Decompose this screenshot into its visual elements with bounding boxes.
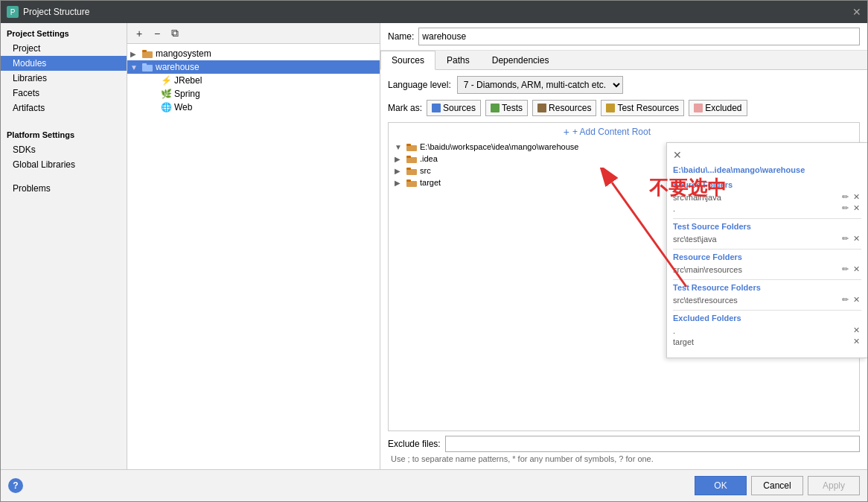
help-text: Use ; to separate name patterns, * for a… (388, 454, 860, 463)
rfp-test-resource-folder-1: src\test\resources ✏ ✕ (673, 294, 861, 305)
sidebar-item-global-libraries[interactable]: Global Libraries (1, 157, 127, 172)
ftree-arrow-idea: ▶ (395, 155, 403, 163)
folder-icon-target (406, 178, 418, 187)
svg-rect-6 (406, 157, 417, 163)
name-label: Name: (388, 31, 414, 42)
svg-rect-2 (142, 65, 153, 72)
web-icon: 🌐 (161, 102, 172, 112)
sidebar-item-libraries[interactable]: Libraries (1, 71, 127, 86)
module-name-input[interactable] (418, 28, 860, 45)
rfp-excluded-folders-title: Excluded Folders (673, 314, 861, 323)
ftree-idea-label: .idea (420, 154, 438, 163)
test-resources-color-icon (606, 104, 615, 112)
sidebar-spacer2 (1, 172, 127, 181)
rfp-divider-4 (673, 310, 861, 311)
add-content-root-button[interactable]: + + Add Content Root (564, 126, 651, 138)
svg-rect-10 (406, 181, 417, 187)
ok-button[interactable]: OK (695, 476, 747, 495)
svg-rect-11 (406, 179, 411, 182)
rfp-excluded-folder-1: . ✕ (673, 325, 861, 336)
mark-as-test-resources-button[interactable]: Test Resources (601, 100, 684, 116)
mark-as-label: Mark as: (388, 103, 422, 113)
exclude-files-input[interactable] (445, 436, 860, 452)
sidebar-item-sdks[interactable]: SDKs (1, 142, 127, 157)
rfp-source-folder-2: . ✏ ✕ (673, 203, 861, 214)
sidebar-item-artifacts[interactable]: Artifacts (1, 101, 127, 115)
mark-as-row: Mark as: Sources Tests Resources (388, 100, 860, 116)
tree-item-jrebel[interactable]: ⚡ JRebel (127, 74, 380, 87)
tree-toolbar: + − ⧉ (127, 23, 380, 44)
tabs-bar: Sources Paths Dependencies (380, 51, 867, 70)
rfp-edit-test-source-1[interactable]: ✏ (840, 234, 850, 244)
sidebar-item-facets[interactable]: Facets (1, 86, 127, 101)
tree-item-mangosystem[interactable]: ▶ mangosystem (127, 47, 380, 60)
sources-color-icon (432, 104, 441, 112)
sidebar-item-modules[interactable]: Modules (1, 56, 127, 71)
tab-dependencies[interactable]: Dependencies (481, 51, 561, 70)
sidebar-item-problems[interactable]: Problems (1, 181, 127, 196)
rfp-edit-source-2[interactable]: ✏ (840, 203, 850, 213)
rfp-excluded-folders-section: Excluded Folders . ✕ target ✕ (673, 314, 861, 347)
sidebar-spacer (1, 115, 127, 124)
module-tree: + − ⧉ ▶ mangosystem ▼ (127, 23, 380, 469)
rfp-source-folder-2-actions: ✏ ✕ (840, 203, 861, 213)
svg-rect-1 (142, 50, 147, 52)
exclude-files-row: Exclude files: (388, 436, 860, 452)
excluded-color-icon (694, 104, 703, 112)
svg-rect-9 (406, 168, 411, 170)
language-level-select[interactable]: 7 - Diamonds, ARM, multi-catch etc. (457, 76, 623, 94)
rfp-remove-source-2[interactable]: ✕ (852, 203, 861, 213)
tests-color-icon (491, 104, 500, 112)
rfp-test-source-folder-1-actions: ✏ ✕ (840, 234, 861, 244)
app-icon: P (7, 6, 19, 18)
mark-as-tests-button[interactable]: Tests (485, 100, 528, 116)
copy-module-button[interactable]: ⧉ (167, 26, 182, 41)
rfp-edit-test-resource-1[interactable]: ✏ (840, 295, 850, 305)
rfp-excluded-folder-2: target ✕ (673, 336, 861, 347)
rfp-title-row: ✕ (673, 149, 861, 161)
lang-level-row: Language level: 7 - Diamonds, ARM, multi… (388, 76, 860, 94)
rfp-remove-test-resource-1[interactable]: ✕ (852, 295, 861, 305)
rfp-remove-source-1[interactable]: ✕ (852, 192, 861, 202)
svg-rect-3 (142, 63, 147, 66)
tab-paths[interactable]: Paths (435, 51, 481, 70)
rfp-close-button[interactable]: ✕ (673, 149, 682, 161)
remove-module-button[interactable]: − (150, 26, 165, 41)
ftree-arrow-root: ▼ (395, 143, 403, 151)
tree-arrow-mangosystem: ▶ (130, 50, 139, 58)
spring-icon: 🌿 (161, 89, 172, 99)
ftree-target-label: target (420, 178, 441, 187)
mark-as-excluded-button[interactable]: Excluded (689, 100, 747, 116)
bottom-bar: ? OK Cancel Apply (1, 469, 867, 501)
close-icon[interactable]: ✕ (852, 6, 861, 18)
add-module-button[interactable]: + (132, 26, 147, 41)
rfp-remove-test-source-1[interactable]: ✕ (852, 234, 861, 244)
tree-item-warehouse[interactable]: ▼ warehouse (127, 60, 380, 74)
rfp-remove-excluded-2[interactable]: ✕ (852, 337, 861, 346)
rfp-remove-resource-1[interactable]: ✕ (852, 264, 861, 274)
svg-rect-4 (406, 145, 417, 151)
resources-color-icon (537, 104, 546, 112)
tab-sources[interactable]: Sources (380, 51, 435, 70)
rfp-test-source-folders-section: Test Source Folders src\test\java ✏ ✕ (673, 222, 861, 244)
rfp-test-source-folder-1: src\test\java ✏ ✕ (673, 233, 861, 244)
rfp-remove-excluded-1[interactable]: ✕ (852, 325, 861, 335)
rfp-source-folder-1: src\main\java ✏ ✕ (673, 191, 861, 203)
mark-as-sources-button[interactable]: Sources (427, 100, 481, 116)
sidebar-item-project[interactable]: Project (1, 41, 127, 56)
project-structure-dialog: P Project Structure ✕ Project Settings P… (0, 0, 868, 502)
rfp-edit-source-1[interactable]: ✏ (840, 192, 850, 202)
tree-content: ▶ mangosystem ▼ warehouse (127, 44, 380, 469)
jrebel-icon: ⚡ (161, 75, 172, 86)
apply-button[interactable]: Apply (808, 476, 860, 495)
cancel-button[interactable]: Cancel (751, 476, 803, 495)
tree-item-web[interactable]: 🌐 Web (127, 101, 380, 114)
rfp-path: E:\baidu\...idea\mango\warehouse (673, 165, 861, 174)
rfp-edit-resource-1[interactable]: ✏ (840, 264, 850, 274)
tree-item-spring[interactable]: 🌿 Spring (127, 87, 380, 101)
mark-as-resources-button[interactable]: Resources (532, 100, 596, 116)
svg-rect-7 (406, 156, 411, 158)
help-button[interactable]: ? (8, 478, 23, 493)
title-bar-left: P Project Structure (7, 6, 89, 18)
tree-arrow-warehouse: ▼ (130, 63, 139, 72)
